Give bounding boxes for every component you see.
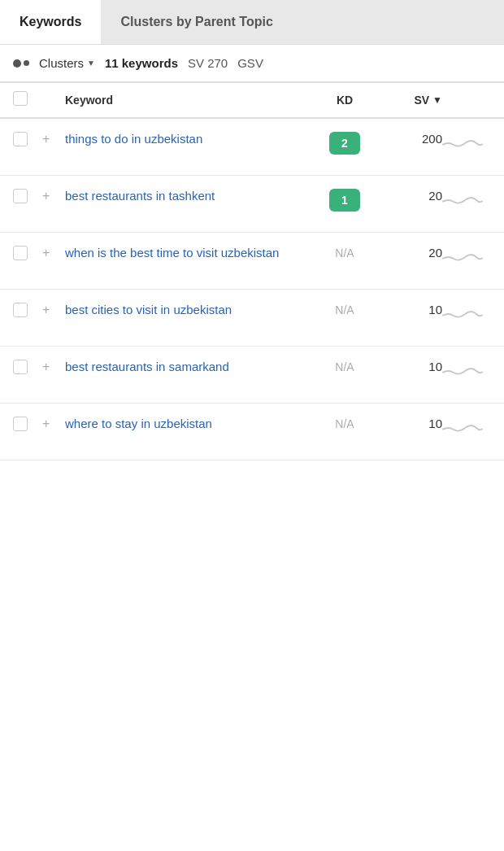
add-keyword-icon[interactable]: + xyxy=(42,246,50,260)
table-body: +things to do in uzbekistan2200 +best re… xyxy=(0,119,504,460)
keyword-link[interactable]: best restaurants in tashkent xyxy=(62,187,312,204)
dot-large xyxy=(13,59,21,68)
trend-sparkline xyxy=(442,358,491,382)
trend-sparkline xyxy=(442,187,491,212)
header-keyword: Keyword xyxy=(62,94,312,107)
keyword-link[interactable]: best cities to visit in uzbekistan xyxy=(62,301,312,318)
trend-sparkline xyxy=(442,415,491,439)
header-kd: KD xyxy=(312,94,377,107)
dot-small xyxy=(24,60,29,66)
kd-na: N/A xyxy=(335,360,354,373)
row-add-col: + xyxy=(42,244,62,260)
select-all-checkbox[interactable] xyxy=(13,91,28,106)
clusters-icon xyxy=(13,59,29,68)
keyword-link[interactable]: best restaurants in samarkand xyxy=(62,358,312,375)
kd-na: N/A xyxy=(335,247,354,260)
table-row: +best cities to visit in uzbekistanN/A10 xyxy=(0,290,504,347)
row-add-col: + xyxy=(42,358,62,374)
row-checkbox-col xyxy=(13,187,42,207)
row-checkbox[interactable] xyxy=(13,360,28,374)
sort-arrow-icon: ▼ xyxy=(432,94,442,106)
row-checkbox[interactable] xyxy=(13,132,28,146)
tab-clusters-by-parent-topic[interactable]: Clusters by Parent Topic xyxy=(101,0,292,44)
keyword-link[interactable]: when is the best time to visit uzbekista… xyxy=(62,244,312,261)
clusters-dropdown-button[interactable]: Clusters ▼ xyxy=(39,56,95,70)
add-keyword-icon[interactable]: + xyxy=(42,189,50,203)
add-keyword-icon[interactable]: + xyxy=(42,417,50,430)
tab-keywords[interactable]: Keywords xyxy=(0,0,101,44)
keywords-count-label: 11 keywords xyxy=(105,56,178,70)
row-checkbox[interactable] xyxy=(13,417,28,431)
kd-badge: 2 xyxy=(329,132,360,155)
row-checkbox[interactable] xyxy=(13,246,28,260)
sv-value: 10 xyxy=(377,358,442,373)
kd-value: N/A xyxy=(312,301,377,317)
sv-value: 10 xyxy=(377,301,442,316)
trend-sparkline xyxy=(442,244,491,268)
sv-value: 20 xyxy=(377,187,442,203)
row-add-col: + xyxy=(42,130,62,146)
kd-value: N/A xyxy=(312,358,377,374)
sv-value: 20 xyxy=(377,244,442,260)
kd-value: N/A xyxy=(312,244,377,260)
add-keyword-icon[interactable]: + xyxy=(42,132,50,146)
row-checkbox-col xyxy=(13,244,42,264)
table-row: +when is the best time to visit uzbekist… xyxy=(0,233,504,290)
trend-sparkline xyxy=(442,301,491,325)
trend-sparkline xyxy=(442,130,491,155)
table-header: Keyword KD SV ▼ xyxy=(0,83,504,119)
row-checkbox[interactable] xyxy=(13,303,28,317)
table-row: +best restaurants in tashkent120 xyxy=(0,176,504,233)
kd-value: N/A xyxy=(312,415,377,431)
row-checkbox[interactable] xyxy=(13,189,28,203)
table-row: +where to stay in uzbekistanN/A10 xyxy=(0,404,504,460)
add-keyword-icon[interactable]: + xyxy=(42,303,50,316)
row-add-col: + xyxy=(42,187,62,203)
kd-value: 2 xyxy=(312,130,377,155)
toolbar: Clusters ▼ 11 keywords SV 270 GSV xyxy=(0,45,504,83)
keyword-link[interactable]: things to do in uzbekistan xyxy=(62,130,312,147)
kd-value: 1 xyxy=(312,187,377,212)
row-checkbox-col xyxy=(13,130,42,150)
chevron-down-icon: ▼ xyxy=(87,59,95,68)
row-add-col: + xyxy=(42,415,62,431)
header-checkbox-col xyxy=(13,91,42,109)
gsv-label: GSV xyxy=(237,56,263,70)
tab-bar: Keywords Clusters by Parent Topic xyxy=(0,0,504,45)
kd-na: N/A xyxy=(335,417,354,430)
sv-value: 10 xyxy=(377,415,442,430)
keyword-link[interactable]: where to stay in uzbekistan xyxy=(62,415,312,432)
row-checkbox-col xyxy=(13,301,42,321)
sv-total-label: SV 270 xyxy=(188,56,228,70)
sv-value: 200 xyxy=(377,130,442,146)
row-checkbox-col xyxy=(13,415,42,434)
row-add-col: + xyxy=(42,301,62,317)
kd-na: N/A xyxy=(335,303,354,316)
table-row: +things to do in uzbekistan2200 xyxy=(0,119,504,176)
kd-badge: 1 xyxy=(329,189,360,212)
table-row: +best restaurants in samarkandN/A10 xyxy=(0,347,504,404)
header-sv[interactable]: SV ▼ xyxy=(377,94,442,107)
row-checkbox-col xyxy=(13,358,42,377)
add-keyword-icon[interactable]: + xyxy=(42,360,50,373)
